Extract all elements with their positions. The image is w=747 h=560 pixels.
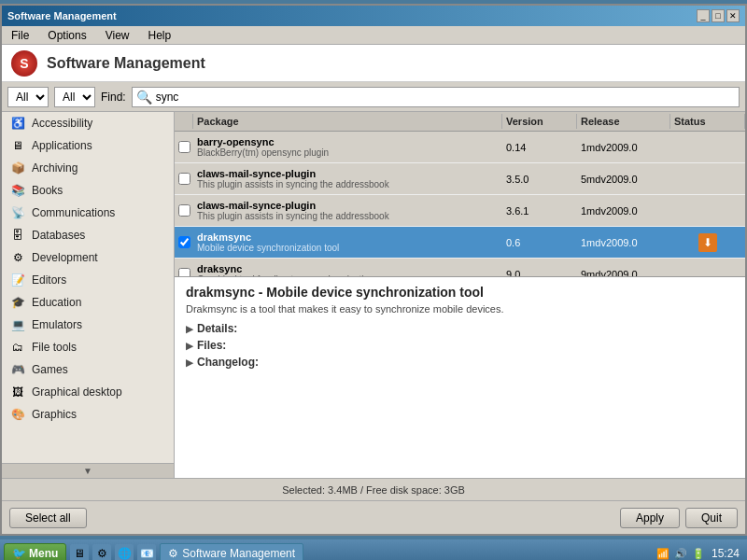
menu-help[interactable]: Help [143,28,177,43]
sidebar-item-applications[interactable]: 🖥 Applications [2,134,174,157]
pkg-checkbox-1[interactable] [175,173,193,185]
taskbar-app-softmgmt[interactable]: ⚙ Software Management [160,543,303,560]
pkg-version-0: 0.14 [502,140,577,155]
table-row[interactable]: drakmsync Mobile device synchronization … [175,227,745,259]
sidebar-list: ♿ Accessibility 🖥 Applications 📦 Archivi… [2,112,174,463]
sidebar-item-graphics[interactable]: 🎨 Graphics [2,403,174,426]
status-bar: Selected: 3.4MB / Free disk space: 3GB [2,478,745,500]
close-button[interactable]: ✕ [726,9,740,22]
pkg-release-1: 5mdv2009.0 [577,172,670,187]
filetools-icon: 🗂 [9,339,26,356]
sidebar-item-development[interactable]: ⚙ Development [2,246,174,269]
taskbar-icon-3[interactable]: 🌐 [115,544,134,560]
start-button[interactable]: 🐦 Menu [4,543,66,560]
sidebar-item-filetools[interactable]: 🗂 File tools [2,336,174,358]
package-area: Package Version Release Status barry-ope… [175,112,745,478]
sidebar-item-education[interactable]: 🎓 Education [2,291,174,314]
pkg-release-4: 9mdv2009.0 [577,267,670,277]
pkg-name-1: claws-mail-synce-plugin [197,168,499,179]
pkg-info-2: claws-mail-synce-plugin This plugin assi… [193,198,502,223]
maximize-button[interactable]: □ [712,9,725,22]
sidebar-item-games[interactable]: 🎮 Games [2,358,174,381]
sidebar-item-archiving[interactable]: 📦 Archiving [2,157,174,179]
sidebar-item-communications[interactable]: 📡 Communications [2,202,174,224]
pkg-checkbox-3[interactable] [175,236,193,248]
menu-view[interactable]: View [100,28,135,43]
graphicaldesktop-icon: 🖼 [9,384,26,400]
table-row[interactable]: barry-opensync BlackBerry(tm) opensync p… [175,132,745,163]
detail-section-changelog[interactable]: ▶ Changelog: [186,356,734,369]
app-header: S Software Management [2,45,745,82]
tray-icons: 📶 🔊 🔋 [655,546,706,560]
sidebar-item-accessibility[interactable]: ♿ Accessibility [2,112,174,134]
taskbar-icon-2[interactable]: ⚙ [92,544,111,560]
changelog-arrow: ▶ [186,357,193,368]
pkg-checkbox-2[interactable] [175,204,193,217]
apply-button[interactable]: Apply [620,508,680,528]
pkg-info-0: barry-opensync BlackBerry(tm) opensync p… [193,134,502,160]
databases-icon: 🗄 [9,227,26,244]
sidebar-item-editors[interactable]: 📝 Editors [2,269,174,291]
sidebar-label-graphicaldesktop: Graphical desktop [32,385,122,399]
pkg-list-scroll[interactable]: barry-opensync BlackBerry(tm) opensync p… [175,132,745,276]
select-all-button[interactable]: Select all [9,508,87,528]
sidebar-label-emulators: Emulators [32,318,82,331]
pkg-name-3: drakmsync [197,231,499,243]
pkg-checkbox-4[interactable] [175,268,193,276]
detail-section-details[interactable]: ▶ Details: [186,322,734,335]
sidebar-label-accessibility: Accessibility [32,117,92,130]
sidebar-label-databases: Databases [32,229,85,242]
filter2-select[interactable]: All [54,87,95,107]
sidebar-label-education: Education [32,296,81,309]
app-logo: S [11,50,37,77]
sidebar-scroll-down[interactable]: ▼ [2,463,174,478]
files-header[interactable]: ▶ Files: [186,339,734,352]
sidebar-item-databases[interactable]: 🗄 Databases [2,224,174,246]
education-icon: 🎓 [9,294,26,311]
pkg-name-0: barry-opensync [197,136,499,147]
find-label: Find: [101,91,126,104]
start-label: Menu [29,547,58,560]
detail-pane: drakmsync - Mobile device synchronizatio… [175,276,745,478]
window-controls: _ □ ✕ [697,9,740,22]
archiving-icon: 📦 [9,160,26,176]
minimize-button[interactable]: _ [697,9,710,22]
sidebar-item-emulators[interactable]: 💻 Emulators [2,314,174,336]
games-icon: 🎮 [9,361,26,378]
sidebar-label-graphics: Graphics [32,408,77,421]
find-input[interactable] [156,91,735,104]
action-buttons: Select all Apply Quit [2,500,745,534]
sidebar-item-books[interactable]: 📚 Books [2,179,174,202]
filter1-select[interactable]: All [7,87,49,107]
sidebar-label-applications: Applications [32,139,92,152]
table-row[interactable]: draksync Graphical tool for directory sy… [175,259,745,276]
taskbar-app-label: Software Management [182,547,295,560]
table-row[interactable]: claws-mail-synce-plugin This plugin assi… [175,163,745,195]
tray-icon-volume: 🔊 [673,546,688,560]
menu-options[interactable]: Options [42,28,92,43]
taskbar-icon-1[interactable]: 🖥 [70,544,89,560]
sidebar-label-communications: Communications [32,206,115,219]
details-header[interactable]: ▶ Details: [186,322,734,335]
pkg-info-1: claws-mail-synce-plugin This plugin assi… [193,166,502,191]
sidebar-label-archiving: Archiving [32,161,78,175]
pkg-release-0: 1mdv2009.0 [577,140,670,155]
detail-section-files[interactable]: ▶ Files: [186,339,734,352]
sidebar-label-games: Games [32,363,68,376]
taskbar-icon-4[interactable]: 📧 [137,544,156,560]
accessibility-icon: ♿ [9,115,26,132]
main-area: ♿ Accessibility 🖥 Applications 📦 Archivi… [2,112,745,478]
taskbar-app-icon: ⚙ [168,547,178,560]
pkg-name-4: draksync [197,263,499,274]
clock: 15:24 [712,547,740,560]
changelog-header[interactable]: ▶ Changelog: [186,356,734,369]
menu-file[interactable]: File [6,28,35,43]
sidebar-item-graphicaldesktop[interactable]: 🖼 Graphical desktop [2,381,174,403]
quit-button[interactable]: Quit [685,508,738,528]
pkg-status-3: ⬇ [670,231,745,254]
pkg-status-1 [670,177,745,181]
table-row[interactable]: claws-mail-synce-plugin This plugin assi… [175,195,745,227]
taskbar-right: 📶 🔊 🔋 15:24 [655,546,743,560]
pkg-checkbox-0[interactable] [175,141,193,153]
main-window: Software Management _ □ ✕ File Options V… [0,4,747,536]
